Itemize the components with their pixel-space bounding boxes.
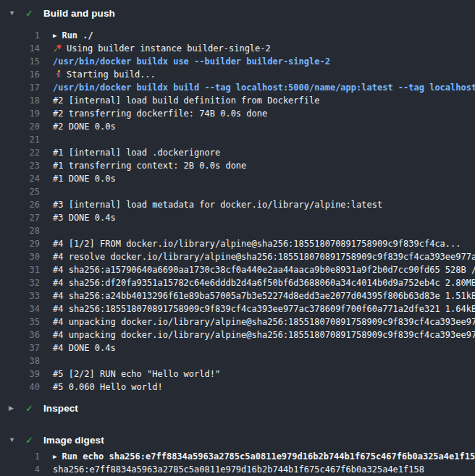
section-spacer	[0, 394, 475, 401]
log-line-text: #4 unpacking docker.io/library/alpine@sh…	[40, 328, 475, 341]
log-line: 4sha256:e7ff8834a5963a2785c5a0811e979d16…	[0, 463, 475, 476]
section-toggle-build-and-push[interactable]: ▼✓Build and push	[0, 6, 475, 20]
line-number-link[interactable]: 31	[0, 263, 40, 276]
log-line: 21	[0, 133, 475, 146]
line-number-link[interactable]: 38	[0, 354, 40, 367]
log-line: 22#1 [internal] load .dockerignore	[0, 146, 475, 159]
section-spacer	[0, 415, 475, 433]
log-line-text: ▶Run ./	[40, 29, 93, 42]
section-toggle-image-digest[interactable]: ▼✓Image digest	[0, 433, 475, 447]
line-number-link[interactable]: 1	[0, 29, 40, 42]
line-number-link[interactable]: 18	[0, 94, 40, 107]
line-number-link[interactable]: 30	[0, 250, 40, 263]
log-line-text: ▶Run echo sha256:e7ff8834a5963a2785c5a08…	[40, 450, 475, 463]
log-line-text: /usr/bin/docker buildx use --builder bui…	[40, 55, 330, 68]
log-line: 20#2 DONE 0.0s	[0, 120, 475, 133]
log-line: 34#4 sha256:185518070891758909c9f839cf4c…	[0, 302, 475, 315]
log-line-text	[40, 224, 53, 237]
log-line: 32#4 sha256:df20fa9351a15782c64e6dddb2d4…	[0, 276, 475, 289]
section-log-lines: 1▶Run echo sha256:e7ff8834a5963a2785c5a0…	[0, 450, 475, 476]
log-line-text: #4 sha256:185518070891758909c9f839cf4ca3…	[40, 302, 475, 315]
line-number-link[interactable]: 16	[0, 68, 40, 81]
log-line-text: #4 DONE 0.4s	[40, 341, 116, 354]
log-line: 26#3 [internal] load metadata for docker…	[0, 198, 475, 211]
workflow-log-viewer: ▼✓Build and push1▶Run ./14Using builder …	[0, 6, 475, 476]
log-line-text	[40, 354, 53, 367]
log-line: 35#4 unpacking docker.io/library/alpine@…	[0, 315, 475, 328]
line-number-link[interactable]: 37	[0, 341, 40, 354]
log-line: 36#4 unpacking docker.io/library/alpine@…	[0, 328, 475, 341]
line-number-link[interactable]: 26	[0, 198, 40, 211]
section-title: Image digest	[43, 435, 104, 446]
line-number-link[interactable]: 22	[0, 146, 40, 159]
log-line-text: #3 [internal] load metadata for docker.i…	[40, 198, 382, 211]
line-number-link[interactable]: 28	[0, 224, 40, 237]
line-number-link[interactable]: 15	[0, 55, 40, 68]
line-number-link[interactable]: 27	[0, 211, 40, 224]
check-icon: ✓	[24, 8, 35, 19]
chevron-down-icon[interactable]: ▼	[9, 436, 17, 443]
log-line: 31#4 sha256:a15790640a6690aa1730c38cf0a4…	[0, 263, 475, 276]
line-number-link[interactable]: 25	[0, 185, 40, 198]
chevron-down-icon[interactable]: ▼	[9, 9, 17, 17]
line-number-link[interactable]: 39	[0, 367, 40, 381]
pushpin-icon	[53, 43, 62, 55]
log-line: 18#2 [internal] load build definition fr…	[0, 94, 475, 107]
log-line-text: #4 sha256:a15790640a6690aa1730c38cf0a440…	[40, 263, 475, 276]
line-number-link[interactable]: 19	[0, 107, 40, 120]
log-line-text: #4 resolve docker.io/library/alpine@sha2…	[40, 250, 475, 263]
play-icon: ▶	[53, 29, 56, 42]
section-title: Inspect	[43, 403, 78, 414]
log-line-text: #2 transferring dockerfile: 74B 0.0s don…	[40, 107, 267, 120]
section-title: Build and push	[43, 8, 115, 19]
chevron-right-icon[interactable]: ▶	[9, 404, 17, 412]
log-section-inspect: ▶✓Inspect	[0, 401, 475, 415]
log-line: 16Starting build...	[0, 68, 475, 81]
line-number-link[interactable]: 32	[0, 276, 40, 289]
log-line: 23#1 transferring context: 2B 0.0s done	[0, 159, 475, 172]
log-line: 28	[0, 224, 475, 237]
log-line-text: Starting build...	[40, 68, 156, 81]
line-number-link[interactable]: 33	[0, 289, 40, 302]
log-section-build-and-push: ▼✓Build and push1▶Run ./14Using builder …	[0, 6, 475, 394]
line-number-link[interactable]: 36	[0, 328, 40, 341]
log-line: 15/usr/bin/docker buildx use --builder b…	[0, 55, 475, 68]
check-icon: ✓	[24, 435, 35, 446]
line-number-link[interactable]: 1	[0, 450, 40, 463]
log-line: 33#4 sha256:a24bb4013296f61e89ba57005a7b…	[0, 289, 475, 302]
line-number-link[interactable]: 34	[0, 302, 40, 315]
log-line-text: #4 [1/2] FROM docker.io/library/alpine@s…	[40, 237, 461, 250]
section-log-lines: 1▶Run ./14Using builder instance builder…	[0, 29, 475, 394]
line-number-link[interactable]: 24	[0, 172, 40, 185]
log-line-text: #4 sha256:df20fa9351a15782c64e6dddb2d4a6…	[40, 276, 475, 289]
log-line: 39#5 [2/2] RUN echo "Hello world!"	[0, 367, 475, 381]
log-line-text: /usr/bin/docker buildx build --tag local…	[40, 81, 475, 94]
line-number-link[interactable]: 20	[0, 120, 40, 133]
log-line: 38	[0, 354, 475, 367]
log-line: 37#4 DONE 0.4s	[0, 341, 475, 354]
log-line-text: Using builder instance builder-single-2	[40, 42, 271, 55]
line-number-link[interactable]: 40	[0, 381, 40, 394]
line-number-link[interactable]: 23	[0, 159, 40, 172]
log-line-text: #2 [internal] load build definition from…	[40, 94, 319, 107]
line-number-link[interactable]: 4	[0, 463, 40, 476]
log-line: 14Using builder instance builder-single-…	[0, 42, 475, 55]
log-line: 25	[0, 185, 475, 198]
log-line-text: #2 DONE 0.0s	[40, 120, 116, 133]
log-section-image-digest: ▼✓Image digest1▶Run echo sha256:e7ff8834…	[0, 433, 475, 476]
log-line-text: #5 [2/2] RUN echo "Hello world!"	[40, 367, 220, 381]
log-line: 24#1 DONE 0.0s	[0, 172, 475, 185]
log-line-text: #4 unpacking docker.io/library/alpine@sh…	[40, 315, 475, 328]
line-number-link[interactable]: 21	[0, 133, 40, 146]
line-number-link[interactable]: 17	[0, 81, 40, 94]
section-toggle-inspect[interactable]: ▶✓Inspect	[0, 401, 475, 415]
line-number-link[interactable]: 29	[0, 237, 40, 250]
line-number-link[interactable]: 14	[0, 42, 40, 55]
line-number-link[interactable]: 35	[0, 315, 40, 328]
check-icon: ✓	[24, 403, 35, 414]
log-line-text: #1 transferring context: 2B 0.0s done	[40, 159, 246, 172]
log-line: 19#2 transferring dockerfile: 74B 0.0s d…	[0, 107, 475, 120]
log-line: 27#3 DONE 0.4s	[0, 211, 475, 224]
runner-icon	[53, 69, 62, 81]
log-line: 17/usr/bin/docker buildx build --tag loc…	[0, 81, 475, 94]
